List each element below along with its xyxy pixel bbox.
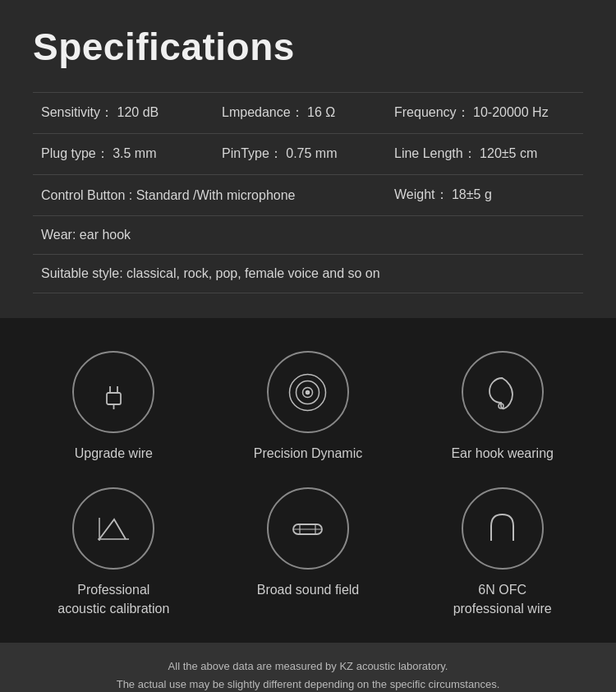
- feature-ofc-wire: 6N OFCprofessional wire: [409, 487, 595, 618]
- weight-cell: Weight： 18±5 g: [386, 175, 583, 216]
- wear-value: ear hook: [80, 228, 131, 242]
- plug-label: Plug type：: [41, 146, 109, 160]
- svg-rect-0: [107, 393, 121, 404]
- soundfield-icon: [285, 506, 330, 551]
- ear-hook-label: Ear hook wearing: [451, 445, 554, 463]
- specs-table: Sensitivity： 120 dB Lmpedance： 16 Ω Freq…: [33, 92, 583, 293]
- spec-row-4: Wear: ear hook: [33, 216, 583, 255]
- linelength-cell: Line Length： 120±5 cm: [386, 134, 583, 175]
- footer-line2: The actual use may be slightly different…: [117, 678, 500, 690]
- linelength-label: Line Length：: [394, 146, 476, 160]
- wear-label: Wear:: [41, 228, 80, 242]
- target-icon: [285, 370, 330, 415]
- control-label: Control Button :: [41, 188, 136, 202]
- upgrade-wire-icon-circle: [72, 351, 154, 433]
- specs-title: Specifications: [33, 25, 583, 69]
- feature-upgrade-wire: Upgrade wire: [21, 351, 207, 463]
- plug-value: 3.5 mm: [113, 146, 156, 160]
- sensitivity-label: Sensitivity：: [41, 105, 113, 119]
- precision-dynamic-label: Precision Dynamic: [254, 445, 362, 463]
- weight-label: Weight：: [394, 187, 448, 201]
- features-grid: Upgrade wire Precision Dynamic: [21, 351, 595, 618]
- footer-section: All the above data are measured by KZ ac…: [0, 643, 616, 692]
- frequency-value: 10-20000 Hz: [473, 105, 549, 119]
- precision-dynamic-icon-circle: [267, 351, 349, 433]
- suitable-value: classical, rock, pop, female voice and s…: [126, 266, 380, 280]
- suitable-cell: Suitable style: classical, rock, pop, fe…: [33, 255, 583, 293]
- suitable-label: Suitable style:: [41, 266, 126, 280]
- weight-value: 18±5 g: [452, 187, 492, 201]
- feature-broad-sound: Broad sound field: [215, 487, 402, 618]
- plug-icon: [91, 370, 136, 415]
- pintype-cell: PinType： 0.75 mm: [214, 134, 386, 175]
- broad-sound-label: Broad sound field: [257, 581, 360, 599]
- control-value: Standard /With microphone: [136, 188, 296, 202]
- footer-line1: All the above data are measured by KZ ac…: [168, 660, 448, 672]
- control-cell: Control Button : Standard /With micropho…: [33, 175, 386, 216]
- earhook-icon: [480, 370, 525, 415]
- broad-sound-icon-circle: [267, 487, 349, 570]
- sensitivity-cell: Sensitivity： 120 dB: [33, 93, 214, 134]
- arch-icon: [480, 506, 525, 551]
- impedance-value: 16 Ω: [307, 105, 335, 119]
- frequency-cell: Frequency： 10-20000 Hz: [386, 93, 583, 134]
- feature-ear-hook: Ear hook wearing: [409, 351, 595, 463]
- footer-text: All the above data are measured by KZ ac…: [16, 657, 600, 692]
- plug-cell: Plug type： 3.5 mm: [33, 134, 214, 175]
- calibration-icon: [91, 506, 136, 551]
- svg-point-7: [306, 390, 310, 394]
- acoustic-cal-label: Professionalacoustic calibration: [57, 581, 169, 618]
- spec-row-5: Suitable style: classical, rock, pop, fe…: [33, 255, 583, 293]
- features-section: Upgrade wire Precision Dynamic: [0, 318, 616, 643]
- impedance-label: Lmpedance：: [222, 105, 304, 119]
- frequency-label: Frequency：: [394, 105, 470, 119]
- pintype-value: 0.75 mm: [286, 146, 337, 160]
- spec-row-1: Sensitivity： 120 dB Lmpedance： 16 Ω Freq…: [33, 93, 583, 134]
- ofc-wire-icon-circle: [462, 487, 544, 570]
- sensitivity-value: 120 dB: [117, 105, 159, 119]
- ofc-wire-label: 6N OFCprofessional wire: [453, 581, 552, 618]
- wear-cell: Wear: ear hook: [33, 216, 583, 255]
- upgrade-wire-label: Upgrade wire: [75, 445, 153, 463]
- linelength-value: 120±5 cm: [480, 146, 537, 160]
- spec-row-3: Control Button : Standard /With micropho…: [33, 175, 583, 216]
- feature-precision-dynamic: Precision Dynamic: [215, 351, 402, 463]
- spec-row-2: Plug type： 3.5 mm PinType： 0.75 mm Line …: [33, 134, 583, 175]
- acoustic-cal-icon-circle: [72, 487, 154, 570]
- ear-hook-icon-circle: [462, 351, 544, 433]
- feature-acoustic-cal: Professionalacoustic calibration: [21, 487, 207, 618]
- specs-section: Specifications Sensitivity： 120 dB Lmped…: [0, 0, 616, 318]
- pintype-label: PinType：: [222, 146, 283, 160]
- impedance-cell: Lmpedance： 16 Ω: [214, 93, 386, 134]
